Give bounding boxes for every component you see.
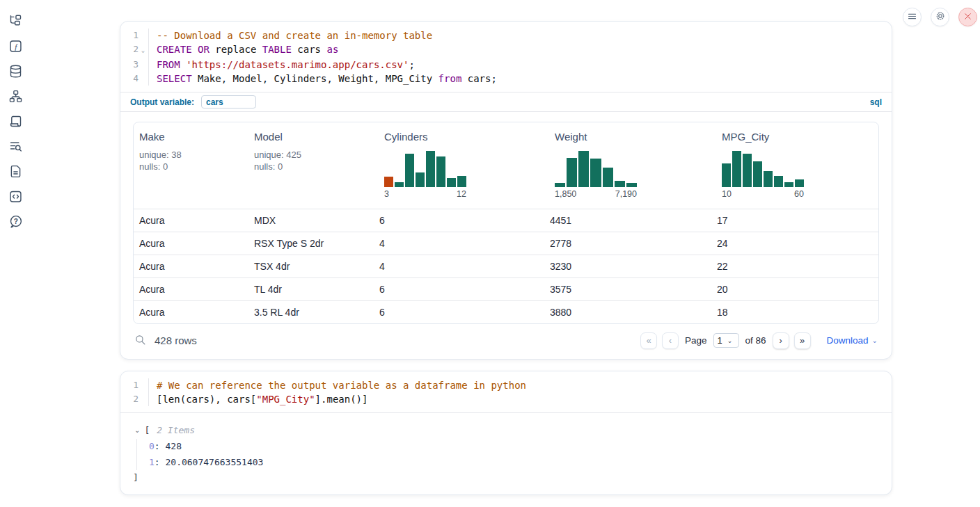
- code-line[interactable]: 4SELECT Make, Model, Cylinders, Weight, …: [125, 72, 892, 86]
- function-square-icon: f: [8, 39, 23, 56]
- fold-spacer: [139, 29, 148, 42]
- sidebar-item-snippets[interactable]: [8, 190, 23, 205]
- menu-button[interactable]: [903, 8, 922, 26]
- table-cell: 24: [708, 238, 878, 249]
- code-text: FROM 'https://datasets.marimo.app/cars.c…: [148, 58, 892, 72]
- list-item: 0: 428: [149, 439, 882, 455]
- histogram-bar: [784, 182, 793, 187]
- column-name[interactable]: Weight: [555, 131, 702, 143]
- first-page-button[interactable]: «: [640, 332, 657, 349]
- histogram-bar: [384, 177, 393, 187]
- code-text: # We can reference the output variable a…: [148, 378, 892, 392]
- line-number: 1: [125, 29, 139, 42]
- histogram-axis-labels: 1060: [722, 189, 804, 199]
- histogram-bar: [722, 163, 731, 187]
- search-icon: [134, 334, 146, 348]
- sidebar-item-search[interactable]: [8, 140, 23, 155]
- line-number: 4: [125, 72, 139, 86]
- histogram-bar: [405, 154, 414, 187]
- scroll-icon: [8, 114, 23, 131]
- sidebar-item-datasources[interactable]: [8, 65, 23, 80]
- axis-label: 3: [384, 189, 389, 199]
- sql-cell-output: Makeunique: 38nulls: 0Modelunique: 425nu…: [120, 111, 892, 357]
- histogram-bars: [722, 151, 804, 187]
- python-cell-output: ⌄ [ 2 Items 0: 4281: 20.060747663551403 …: [120, 412, 892, 483]
- code-line[interactable]: 3FROM 'https://datasets.marimo.app/cars.…: [125, 58, 892, 72]
- column-name[interactable]: Cylinders: [384, 131, 535, 143]
- code-text: CREATE OR replace TABLE cars as: [148, 42, 892, 58]
- histogram-bar: [578, 151, 589, 187]
- shutdown-button[interactable]: [958, 8, 977, 26]
- fold-chevron-icon[interactable]: ⌄: [139, 42, 148, 58]
- sql-code-editor[interactable]: 1-- Download a CSV and create an in-memo…: [120, 22, 892, 92]
- table-cell: TL 4dr: [248, 284, 370, 295]
- next-page-button[interactable]: ›: [773, 332, 789, 349]
- sidebar-item-variables[interactable]: f: [8, 40, 23, 55]
- item-index: 0: [149, 441, 155, 451]
- sidebar-item-files[interactable]: [8, 15, 23, 30]
- table-cell: 18: [708, 307, 878, 318]
- list-item: 1: 20.060747663551403: [149, 455, 882, 471]
- code-text: -- Download a CSV and create an in-memor…: [148, 29, 892, 42]
- table-row[interactable]: AcuraTL 4dr6357520: [134, 277, 878, 300]
- settings-gear-icon: [935, 10, 946, 24]
- code-box-icon: [8, 189, 23, 206]
- tree-collapse-toggle[interactable]: ⌄: [133, 426, 141, 434]
- sidebar-item-help[interactable]: ?: [8, 215, 23, 230]
- output-variable-row: Output variable: sql: [120, 92, 892, 111]
- axis-label: 12: [457, 189, 466, 199]
- table-search-button[interactable]: [134, 334, 146, 348]
- code-line[interactable]: 1-- Download a CSV and create an in-memo…: [125, 29, 892, 42]
- file-tree-icon: [8, 14, 23, 31]
- column-header: MPG_City1060: [708, 122, 878, 209]
- axis-label: 10: [722, 189, 732, 199]
- prev-page-icon: ‹: [669, 335, 672, 346]
- last-page-button[interactable]: »: [794, 332, 811, 349]
- table-cell: 4: [370, 261, 541, 272]
- table-row[interactable]: AcuraMDX6445117: [134, 209, 878, 232]
- document-icon: [8, 164, 23, 181]
- python-code-editor[interactable]: 1# We can reference the output variable …: [120, 371, 892, 412]
- sidebar-item-dependencies[interactable]: [8, 90, 23, 105]
- settings-button[interactable]: [931, 8, 949, 26]
- table-header: Makeunique: 38nulls: 0Modelunique: 425nu…: [134, 122, 878, 209]
- svg-text:f: f: [15, 42, 18, 51]
- sidebar-item-documentation[interactable]: [8, 165, 23, 180]
- download-button[interactable]: Download ⌄: [827, 335, 878, 346]
- histogram-axis-labels: 312: [384, 189, 466, 199]
- page-select[interactable]: 1 ⌄: [713, 333, 739, 348]
- sidebar: f ?: [6, 15, 25, 230]
- histogram-bar: [774, 176, 783, 187]
- column-header: Cylinders312: [370, 122, 541, 209]
- table-row[interactable]: AcuraRSX Type S 2dr4277824: [134, 232, 878, 255]
- items-count: 2 Items: [157, 425, 195, 435]
- code-text: [len(cars), cars["MPG_City"].mean()]: [148, 392, 892, 406]
- sidebar-item-logs[interactable]: [8, 115, 23, 130]
- column-stats: unique: 425nulls: 0: [254, 149, 365, 172]
- column-name[interactable]: Make: [139, 131, 243, 143]
- table-row[interactable]: AcuraTSX 4dr4323022: [134, 255, 878, 277]
- table-row[interactable]: Acura3.5 RL 4dr6388018: [134, 300, 878, 323]
- code-line[interactable]: 2⌄CREATE OR replace TABLE cars as: [125, 42, 892, 58]
- column-name[interactable]: Model: [254, 131, 365, 143]
- axis-label: 60: [794, 189, 804, 199]
- output-variable-input[interactable]: [201, 95, 256, 108]
- column-name[interactable]: MPG_City: [722, 131, 873, 143]
- first-page-icon: «: [646, 335, 651, 346]
- table-cell: 3880: [541, 307, 708, 318]
- table-cell: 6: [370, 215, 541, 226]
- code-line[interactable]: 1# We can reference the output variable …: [125, 378, 892, 392]
- page-select-value: 1: [718, 335, 722, 346]
- list-output-body: 0: 4281: 20.060747663551403: [136, 439, 882, 470]
- table-body: AcuraMDX6445117AcuraRSX Type S 2dr427782…: [134, 209, 878, 323]
- prev-page-button[interactable]: ‹: [662, 332, 679, 349]
- table-cell: 2778: [541, 238, 708, 249]
- column-histogram: 1,8507,190: [555, 151, 637, 199]
- table-cell: 3575: [541, 284, 708, 295]
- svg-text:?: ?: [13, 218, 17, 225]
- code-line[interactable]: 2[len(cars), cars["MPG_City"].mean()]: [125, 392, 892, 406]
- table-cell: Acura: [134, 238, 248, 249]
- table-footer: 428 rows « ‹ Page 1 ⌄ of 86 › » Download…: [133, 324, 879, 357]
- item-value: : 428: [155, 441, 182, 451]
- sql-cell: 1-- Download a CSV and create an in-memo…: [120, 21, 892, 360]
